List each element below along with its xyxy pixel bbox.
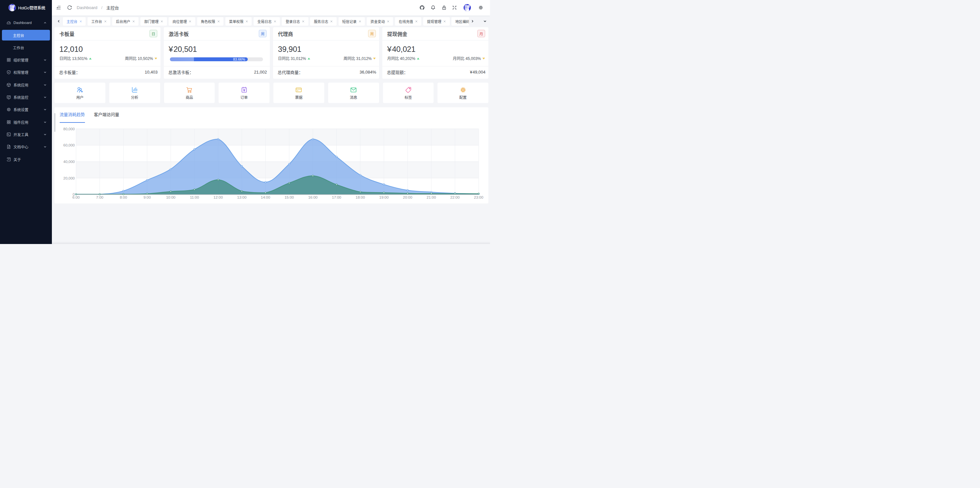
svg-text:20:00: 20:00: [403, 195, 412, 199]
svg-text:16:00: 16:00: [308, 195, 318, 199]
svg-text:20,000: 20,000: [63, 176, 75, 180]
svg-text:17:00: 17:00: [332, 195, 341, 199]
svg-text:23:00: 23:00: [474, 195, 484, 199]
svg-text:12:00: 12:00: [213, 195, 223, 199]
svg-text:8:00: 8:00: [120, 195, 127, 199]
svg-text:6:00: 6:00: [72, 195, 80, 199]
svg-text:21:00: 21:00: [427, 195, 436, 199]
svg-text:11:00: 11:00: [190, 195, 199, 199]
svg-text:40,000: 40,000: [63, 160, 75, 164]
svg-text:10:00: 10:00: [166, 195, 175, 199]
svg-text:13:00: 13:00: [237, 195, 247, 199]
svg-text:14:00: 14:00: [261, 195, 270, 199]
svg-text:60,000: 60,000: [63, 143, 75, 147]
svg-text:7:00: 7:00: [96, 195, 103, 199]
svg-text:80,000: 80,000: [63, 127, 75, 131]
svg-text:22:00: 22:00: [450, 195, 460, 199]
svg-text:18:00: 18:00: [356, 195, 365, 199]
svg-text:19:00: 19:00: [379, 195, 389, 199]
svg-text:15:00: 15:00: [285, 195, 294, 199]
svg-text:9:00: 9:00: [143, 195, 151, 199]
